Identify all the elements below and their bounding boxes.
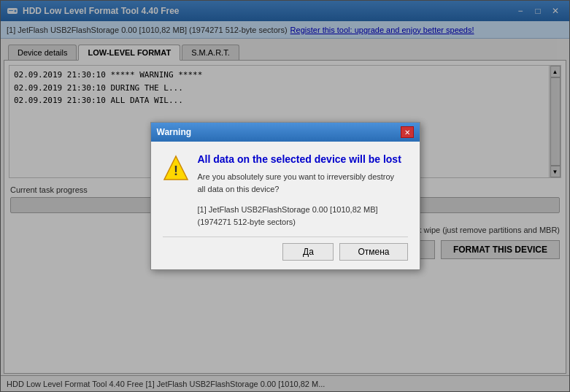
modal-buttons: Да Отмена <box>163 237 408 261</box>
modal-heading: All data on the selected device will be … <box>198 153 401 165</box>
modal-overlay: Warning ✕ ! All data on the selected dev… <box>0 0 570 392</box>
modal-device-line1: [1] JetFlash USB2FlashStorage 0.00 [1010… <box>198 204 408 216</box>
modal-device-line2: (1974271 512-byte sectors) <box>198 216 408 228</box>
warning-triangle-icon: ! <box>163 155 189 181</box>
svg-text:!: ! <box>174 164 178 178</box>
modal-body: ! All data on the selected device will b… <box>151 142 420 269</box>
modal-confirm-button[interactable]: Да <box>282 243 334 261</box>
modal-device-info: [1] JetFlash USB2FlashStorage 0.00 [1010… <box>198 204 408 228</box>
app-window: HDD Low Level Format Tool 4.40 Free − □ … <box>0 0 570 392</box>
warning-modal: Warning ✕ ! All data on the selected dev… <box>150 122 420 270</box>
modal-content: All data on the selected device will be … <box>198 153 401 195</box>
modal-close-button[interactable]: ✕ <box>401 126 414 138</box>
modal-desc-text: Are you absolutely sure you want to irre… <box>198 172 395 193</box>
modal-title: Warning <box>157 127 192 137</box>
modal-cancel-button[interactable]: Отмена <box>339 243 407 261</box>
modal-description: Are you absolutely sure you want to irre… <box>198 171 401 195</box>
modal-title-bar: Warning ✕ <box>151 123 420 142</box>
modal-header-row: ! All data on the selected device will b… <box>163 153 408 195</box>
